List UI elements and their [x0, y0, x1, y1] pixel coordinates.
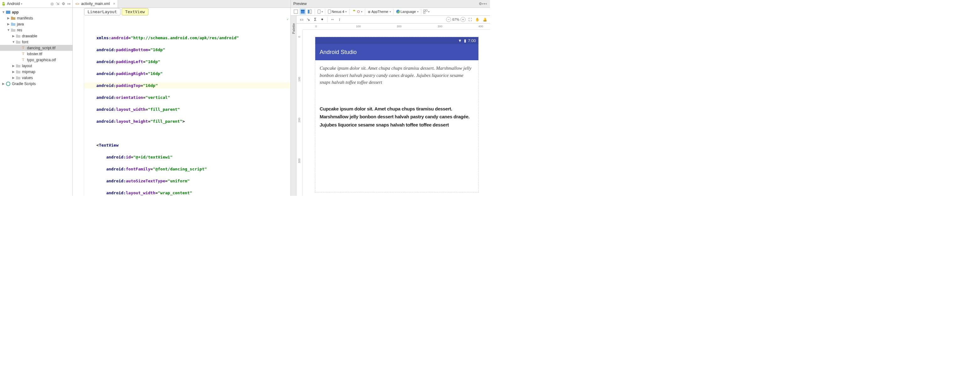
svg-rect-11	[423, 12, 425, 13]
code-editor[interactable]: ✓ xmlns:android="http://schemas.android.…	[73, 16, 291, 196]
app-bar: Android Studio	[315, 44, 478, 60]
xml-file-icon: <>	[75, 2, 80, 6]
blueprint-view-icon[interactable]	[299, 8, 306, 15]
svg-rect-2	[294, 10, 298, 13]
expand-v-icon[interactable]: ↕	[336, 16, 342, 22]
status-bar: ▼ ▮ 7:00	[315, 37, 478, 44]
select-icon[interactable]: ▭	[298, 16, 305, 22]
svg-rect-6	[310, 10, 312, 13]
design-canvas[interactable]: ▭ ↘ Σ ✦ ↔ ↕ − 67% + ⛶ ✋ 🔔	[296, 16, 490, 196]
orientation-icon[interactable]	[317, 8, 323, 15]
palette-label: Palette	[292, 23, 296, 34]
preview-panel: Preview ⚙▾ ↤ Nexus 4 O ◉AppTheme Languag…	[291, 0, 490, 196]
gear-icon[interactable]: ⚙	[61, 2, 65, 6]
device-frame: ▼ ▮ 7:00 Android Studio Cupcake ipsum do…	[315, 37, 478, 192]
sidebar-mode[interactable]: Android	[7, 2, 20, 6]
project-sidebar: Android ▾ ◎ ⇲ ⚙ ↦ ▼ app ▶ manifests ▶ ja…	[0, 0, 73, 196]
svg-rect-9	[423, 10, 425, 11]
pan-icon[interactable]: ↘	[305, 16, 312, 22]
target-icon[interactable]: ◎	[50, 2, 54, 6]
crumb-linearlayout[interactable]: LinearLayout	[84, 8, 121, 15]
tree-node-drawable[interactable]: ▶ drawable	[0, 33, 72, 39]
fit-icon[interactable]: ⛶	[467, 16, 473, 22]
preview-toolbar-2: ▭ ↘ Σ ✦ ↔ ↕ − 67% + ⛶ ✋ 🔔	[296, 16, 490, 24]
svg-rect-8	[328, 10, 331, 13]
tree-node-gradle[interactable]: ▶ Gradle Scripts	[0, 81, 72, 87]
hand-icon[interactable]: ✋	[474, 16, 480, 22]
font-file-icon: T	[21, 57, 26, 62]
preview-title: Preview	[293, 2, 307, 6]
sigma-icon[interactable]: Σ	[312, 16, 318, 22]
api-selector[interactable]: O	[352, 10, 363, 14]
preview-toolbar-1: Nexus 4 O ◉AppTheme Language	[291, 8, 490, 16]
svg-rect-0	[6, 11, 10, 14]
tree-node-lobster[interactable]: T lobster.ttf	[0, 51, 72, 57]
variant-icon[interactable]	[423, 8, 430, 15]
svg-rect-7	[318, 10, 320, 13]
gear-icon[interactable]: ⚙▾	[479, 2, 483, 6]
wifi-icon: ▼	[458, 38, 462, 43]
app-title: Android Studio	[320, 49, 357, 56]
tree-node-mipmap[interactable]: ▶ mipmap	[0, 69, 72, 75]
zoom-in-button[interactable]: +	[460, 17, 466, 22]
crumb-textview[interactable]: TextView	[122, 8, 148, 15]
gradle-icon	[6, 81, 11, 86]
gutter	[73, 16, 84, 196]
svg-point-1	[6, 82, 10, 86]
tab-label: activity_main.xml	[81, 2, 110, 6]
editor-area: <> activity_main.xml × LinearLayout Text…	[73, 0, 291, 196]
palette-tab[interactable]: Palette	[291, 16, 296, 196]
breadcrumb: LinearLayout TextView	[73, 8, 291, 16]
bell-icon[interactable]: 🔔	[482, 16, 488, 22]
tab-activity-main[interactable]: <> activity_main.xml ×	[73, 0, 118, 8]
both-view-icon[interactable]	[307, 8, 313, 15]
language-selector[interactable]: Language	[396, 10, 419, 13]
svg-rect-10	[426, 10, 427, 11]
battery-icon: ▮	[464, 38, 466, 43]
zoom-level: 67%	[452, 18, 459, 21]
textview-1[interactable]: Cupcake ipsum dolor sit. Amet chupa chup…	[320, 65, 474, 86]
expand-h-icon[interactable]: ↔	[329, 16, 336, 22]
textview-2[interactable]: Cupcake ipsum dolor sit. Amet chupa chup…	[320, 105, 474, 129]
preview-title-bar: Preview ⚙▾ ↤	[291, 0, 490, 8]
svg-rect-4	[301, 10, 305, 11]
tree-node-java[interactable]: ▶ java	[0, 21, 72, 27]
ruler-horizontal: 0 100 200 300 400	[303, 24, 490, 30]
sidebar-header: Android ▾ ◎ ⇲ ⚙ ↦	[0, 0, 72, 8]
collapse-icon[interactable]: ⇲	[56, 2, 60, 6]
font-file-icon: T	[21, 46, 26, 51]
design-view-icon[interactable]	[293, 8, 299, 15]
device-selector[interactable]: Nexus 4	[327, 10, 347, 14]
tree-node-values[interactable]: ▶ values	[0, 75, 72, 81]
tree-node-app[interactable]: ▼ app	[0, 9, 72, 15]
tree-node-layout[interactable]: ▶ layout	[0, 63, 72, 69]
zoom-out-button[interactable]: −	[446, 17, 451, 22]
editor-tabs: <> activity_main.xml ×	[73, 0, 291, 8]
status-time: 7:00	[468, 38, 476, 43]
theme-selector[interactable]: ◉AppTheme	[367, 10, 391, 14]
svg-rect-5	[308, 10, 309, 13]
font-file-icon: T	[21, 51, 26, 56]
tree-node-font[interactable]: ▼ font	[0, 39, 72, 45]
tree-node-dancing-script[interactable]: T dancing_script.ttf	[0, 45, 72, 51]
hide-icon[interactable]: ↦	[67, 2, 71, 6]
close-icon[interactable]: ×	[113, 2, 115, 6]
status-check-icon: ✓	[287, 16, 289, 22]
magic-icon[interactable]: ✦	[319, 16, 325, 22]
project-tree[interactable]: ▼ app ▶ manifests ▶ java ▼ res ▶ drawabl…	[0, 8, 72, 196]
android-logo-icon	[1, 2, 6, 6]
hide-icon[interactable]: ↤	[483, 2, 487, 6]
layout-content: Cupcake ipsum dolor sit. Amet chupa chup…	[315, 60, 478, 192]
ruler-vertical: 0 100 200 300	[296, 30, 303, 196]
tree-node-manifests[interactable]: ▶ manifests	[0, 15, 72, 21]
tree-node-typo-graphica[interactable]: T typo_graphica.otf	[0, 57, 72, 63]
tree-node-res[interactable]: ▼ res	[0, 27, 72, 33]
